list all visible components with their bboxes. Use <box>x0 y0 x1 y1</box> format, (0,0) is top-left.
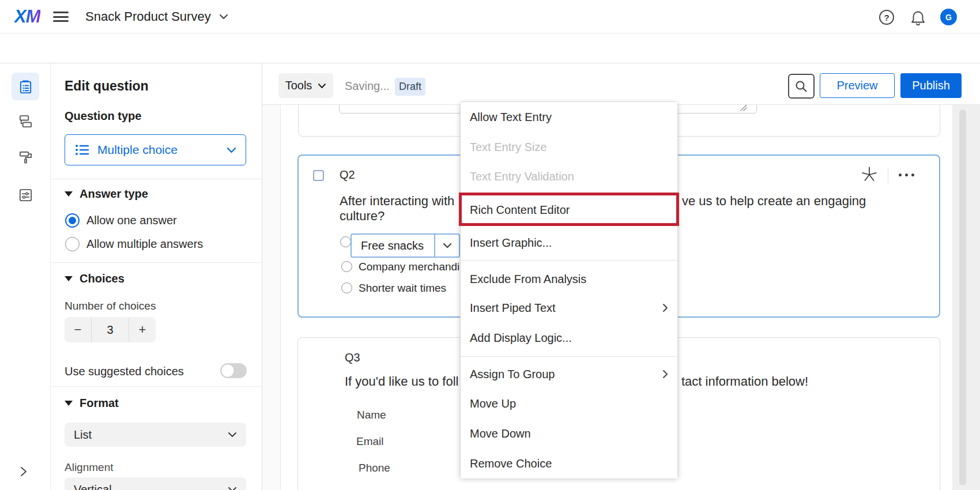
answer-type-allow-multiple[interactable]: Allow multiple answers <box>65 237 203 251</box>
user-avatar[interactable]: G <box>940 9 957 25</box>
sliders-panel-icon <box>18 187 33 203</box>
survey-title: Snack Product Survey <box>85 9 211 24</box>
rail-item-survey-options[interactable] <box>17 187 33 203</box>
menu-divider <box>461 260 677 261</box>
q2-label: Q2 <box>340 168 355 182</box>
xm-logo: XM <box>14 6 40 27</box>
q3-label: Q3 <box>345 351 360 364</box>
question-type-dropdown[interactable]: Multiple choice <box>65 134 246 165</box>
search-icon <box>795 80 808 93</box>
multiple-choice-list-icon <box>74 144 89 156</box>
collapse-triangle-icon <box>65 401 73 406</box>
hamburger-menu-icon[interactable] <box>53 12 69 22</box>
collapse-panel-chevron[interactable] <box>20 466 28 477</box>
chevron-down-icon <box>318 83 326 89</box>
menu-item-text-entry-size: Text Entry Size <box>461 132 677 162</box>
choice1-dropdown-button[interactable] <box>434 235 459 257</box>
choice3-radio[interactable] <box>341 282 352 293</box>
choice1-text-input[interactable]: Free snacks <box>352 235 434 257</box>
chevron-right-icon <box>662 370 668 379</box>
menu-item-move-down[interactable]: Move Down <box>461 419 677 448</box>
textarea-resize-grip-icon[interactable] <box>740 105 748 112</box>
chevron-down-icon <box>219 14 228 20</box>
decrement-button[interactable]: − <box>65 317 91 342</box>
choice1-edit-box: Free snacks <box>350 233 460 258</box>
format-select[interactable]: List <box>65 423 246 447</box>
q2-question-text-right[interactable]: ve us to help create an engaging <box>682 194 866 209</box>
question-type-label: Question type <box>65 110 141 123</box>
more-options-icon[interactable] <box>899 174 914 176</box>
menu-item-allow-text-entry[interactable]: Allow Text Entry <box>461 102 677 132</box>
menu-item-assign-to-group[interactable]: Assign To Group <box>461 359 677 389</box>
menu-item-insert-graphic[interactable]: Insert Graphic... <box>461 228 677 258</box>
answer-type-section-header[interactable]: Answer type <box>65 187 148 201</box>
radio-unselected-icon <box>65 237 80 251</box>
collapse-triangle-icon <box>65 191 73 197</box>
use-suggested-choices-label: Use suggested choices <box>65 365 184 378</box>
q3-field-name-label: Name <box>357 409 386 421</box>
q2-question-text-left[interactable]: After interacting with <box>340 194 454 209</box>
help-icon[interactable]: ? <box>879 10 894 25</box>
edit-question-panel: Edit question Question type Multiple cho… <box>51 63 262 490</box>
menu-item-remove-choice[interactable]: Remove Choice <box>461 448 677 478</box>
panel-title: Edit question <box>65 78 149 94</box>
choices-section-header[interactable]: Choices <box>65 272 125 285</box>
publish-button[interactable]: Publish <box>900 73 962 98</box>
survey-title-dropdown[interactable]: Snack Product Survey <box>85 9 228 25</box>
alignment-select[interactable]: Vertical <box>65 477 246 490</box>
choice2-radio[interactable] <box>341 261 352 272</box>
choices-count-value: 3 <box>91 317 129 342</box>
alignment-label: Alignment <box>65 461 114 474</box>
q3-question-text-left[interactable]: If you'd like us to foll <box>345 374 458 389</box>
answer-type-label: Answer type <box>80 187 148 201</box>
vertical-scrollbar[interactable] <box>959 110 966 485</box>
nav-tab-bar: Survey Actions Distributions Data & Anal… <box>0 33 980 63</box>
number-of-choices-label: Number of choices <box>65 300 156 312</box>
q3-field-email-label: Email <box>356 435 384 448</box>
bell-icon[interactable] <box>911 10 925 25</box>
choice1-radio[interactable] <box>340 236 351 247</box>
q2-question-text-line2[interactable]: culture? <box>340 209 385 224</box>
chevron-down-icon <box>443 243 452 248</box>
tools-button[interactable]: Tools <box>278 73 333 98</box>
menu-item-move-up[interactable]: Move Up <box>461 389 677 419</box>
clipboard-list-icon <box>18 79 33 95</box>
menu-divider <box>461 356 677 357</box>
menu-item-text-entry-validation: Text Entry Validation <box>461 161 677 191</box>
rail-item-survey-flow[interactable] <box>17 113 33 129</box>
menu-item-rich-content-editor[interactable]: Rich Content Editor <box>461 195 677 225</box>
chevron-down-icon <box>227 147 236 153</box>
chevron-right-icon <box>662 303 668 312</box>
preview-button[interactable]: Preview <box>820 73 895 98</box>
choice3-label[interactable]: Shorter wait times <box>359 282 446 295</box>
toggle-knob <box>221 364 235 378</box>
format-label: Format <box>80 397 119 410</box>
menu-item-add-display-logic[interactable]: Add Display Logic... <box>461 323 677 353</box>
menu-item-exclude-from-analysis[interactable]: Exclude From Analysis <box>461 264 677 294</box>
draft-status-badge: Draft <box>395 78 425 96</box>
q2-select-checkbox[interactable] <box>313 170 324 181</box>
chevron-down-icon <box>228 432 237 438</box>
chevron-down-icon <box>228 487 237 490</box>
saving-status: Saving... <box>345 80 390 93</box>
divider <box>888 167 888 183</box>
radio-selected-icon <box>65 213 80 228</box>
star-icon[interactable] <box>861 166 878 183</box>
q3-field-phone-label: Phone <box>359 462 390 474</box>
rail-item-look-feel[interactable] <box>17 149 33 165</box>
flow-blocks-icon <box>18 114 33 129</box>
format-section-header[interactable]: Format <box>65 397 119 410</box>
menu-item-insert-piped-text[interactable]: Insert Piped Text <box>461 293 677 323</box>
use-suggested-choices-toggle[interactable] <box>220 363 247 378</box>
increment-button[interactable]: + <box>129 317 156 342</box>
q3-question-text-right[interactable]: tact information below! <box>681 374 808 389</box>
answer-type-allow-one[interactable]: Allow one answer <box>65 213 177 228</box>
search-button[interactable] <box>788 74 815 99</box>
question-type-value: Multiple choice <box>97 143 218 157</box>
collapse-triangle-icon <box>65 276 73 281</box>
left-icon-rail <box>0 63 51 490</box>
paint-roller-icon <box>18 149 33 165</box>
choice2-label[interactable]: Company merchandise <box>359 261 471 273</box>
choice-context-menu: Allow Text Entry Text Entry Size Text En… <box>460 101 678 477</box>
rail-item-builder[interactable] <box>12 73 39 100</box>
